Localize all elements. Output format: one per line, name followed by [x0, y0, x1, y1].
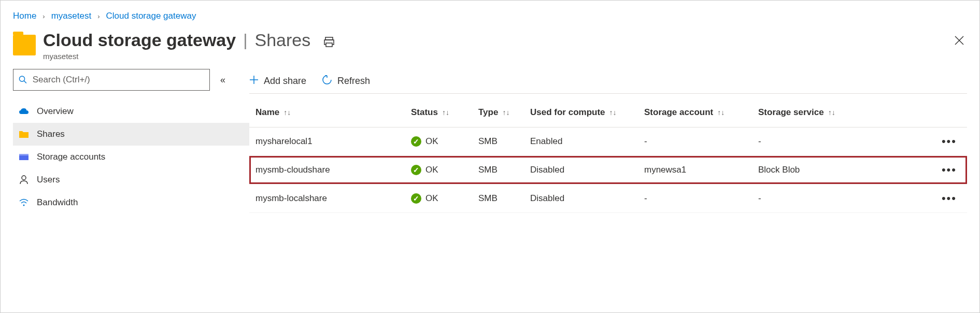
sort-icon: ↑↓	[828, 108, 835, 117]
cell-type: SMB	[472, 156, 524, 184]
cell-name: mysmb-cloudshare	[249, 156, 405, 184]
user-icon	[18, 175, 30, 184]
cell-status: ✓OK	[405, 184, 472, 213]
svg-point-10	[23, 205, 25, 206]
close-icon	[955, 36, 964, 45]
wifi-icon	[18, 198, 30, 207]
cell-name: mysmb-localshare	[249, 184, 405, 213]
cell-account: mynewsa1	[638, 156, 752, 184]
sidebar-item-label: Users	[37, 175, 60, 185]
row-menu-button[interactable]: •••	[861, 156, 967, 184]
folder-icon	[18, 130, 30, 138]
chevron-right-icon: ›	[97, 12, 100, 20]
print-button[interactable]	[323, 36, 335, 50]
sort-icon: ↑↓	[283, 108, 291, 117]
col-type[interactable]: Type↑↓	[472, 98, 524, 127]
main-content: Add share Refresh Name↑↓ Status↑↓ Type↑↓…	[249, 69, 979, 214]
table-row[interactable]: mysmb-localshare✓OKSMBDisabled--•••	[249, 184, 967, 213]
search-input[interactable]	[32, 74, 204, 86]
sidebar-item-label: Overview	[37, 106, 74, 117]
refresh-label: Refresh	[337, 76, 370, 87]
sidebar-nav: Overview Shares Storage accounts Users	[13, 100, 249, 214]
sidebar-item-bandwidth[interactable]: Bandwidth	[13, 191, 249, 214]
chevron-right-icon: ›	[42, 12, 45, 20]
cell-compute: Disabled	[524, 184, 638, 213]
breadcrumb: Home › myasetest › Cloud storage gateway	[1, 1, 979, 26]
ok-icon: ✓	[411, 136, 421, 147]
table-row[interactable]: mysmb-cloudshare✓OKSMBDisabledmynewsa1Bl…	[249, 156, 967, 184]
sort-icon: ↑↓	[717, 108, 725, 117]
cell-service: -	[752, 127, 861, 156]
breadcrumb-home[interactable]: Home	[13, 11, 36, 21]
add-share-button[interactable]: Add share	[249, 75, 306, 87]
sort-icon: ↑↓	[442, 108, 449, 117]
svg-line-6	[24, 81, 26, 83]
col-account[interactable]: Storage account↑↓	[638, 98, 752, 127]
print-icon	[323, 36, 335, 48]
sidebar-item-label: Storage accounts	[37, 152, 105, 162]
sidebar-item-overview[interactable]: Overview	[13, 100, 249, 123]
ok-icon: ✓	[411, 193, 421, 204]
row-menu-button[interactable]: •••	[861, 127, 967, 156]
refresh-button[interactable]: Refresh	[322, 75, 370, 88]
col-status[interactable]: Status↑↓	[405, 98, 472, 127]
cell-status: ✓OK	[405, 127, 472, 156]
sidebar-item-shares[interactable]: Shares	[13, 123, 249, 146]
toolbar: Add share Refresh	[249, 69, 967, 94]
cell-service: -	[752, 184, 861, 213]
cell-status: ✓OK	[405, 156, 472, 184]
cell-compute: Disabled	[524, 156, 638, 184]
cell-type: SMB	[472, 127, 524, 156]
col-service[interactable]: Storage service↑↓	[752, 98, 861, 127]
sidebar-item-users[interactable]: Users	[13, 168, 249, 191]
breadcrumb-resource[interactable]: myasetest	[51, 11, 91, 21]
refresh-icon	[322, 75, 332, 88]
folder-icon	[13, 35, 36, 55]
page-subtitle: myasetest	[43, 52, 310, 61]
add-share-label: Add share	[264, 76, 306, 87]
sidebar-item-label: Shares	[37, 129, 65, 139]
ok-icon: ✓	[411, 165, 421, 175]
plus-icon	[249, 75, 259, 87]
cell-account: -	[638, 184, 752, 213]
sort-icon: ↑↓	[609, 108, 617, 117]
svg-point-9	[22, 176, 26, 180]
svg-rect-2	[326, 43, 332, 47]
col-compute[interactable]: Used for compute↑↓	[524, 98, 638, 127]
cell-compute: Enabled	[524, 127, 638, 156]
search-box[interactable]	[13, 69, 210, 91]
page-title: Cloud storage gateway | Shares	[43, 31, 310, 50]
collapse-sidebar-button[interactable]: «	[220, 75, 225, 86]
cell-type: SMB	[472, 184, 524, 213]
cell-name: mysharelocal1	[249, 127, 405, 156]
sidebar-item-label: Bandwidth	[37, 197, 78, 208]
storage-icon	[18, 153, 30, 161]
sidebar-item-storage-accounts[interactable]: Storage accounts	[13, 146, 249, 168]
cell-service: Block Blob	[752, 156, 861, 184]
table-row[interactable]: mysharelocal1✓OKSMBEnabled--•••	[249, 127, 967, 156]
title-divider: |	[243, 31, 247, 49]
page-header: Cloud storage gateway | Shares myasetest	[1, 26, 979, 69]
sidebar: « Overview Shares Storage accounts	[1, 69, 249, 214]
shares-table: Name↑↓ Status↑↓ Type↑↓ Used for compute↑…	[249, 98, 967, 213]
col-name[interactable]: Name↑↓	[249, 98, 405, 127]
svg-rect-8	[19, 154, 29, 155]
search-icon	[19, 75, 27, 84]
row-menu-button[interactable]: •••	[861, 184, 967, 213]
svg-point-5	[19, 76, 24, 81]
breadcrumb-page[interactable]: Cloud storage gateway	[106, 11, 196, 21]
page-title-section: Shares	[255, 31, 311, 50]
cloud-icon	[18, 108, 30, 115]
page-title-main: Cloud storage gateway	[43, 31, 236, 50]
sort-icon: ↑↓	[502, 108, 509, 117]
close-button[interactable]	[955, 36, 964, 48]
cell-account: -	[638, 127, 752, 156]
